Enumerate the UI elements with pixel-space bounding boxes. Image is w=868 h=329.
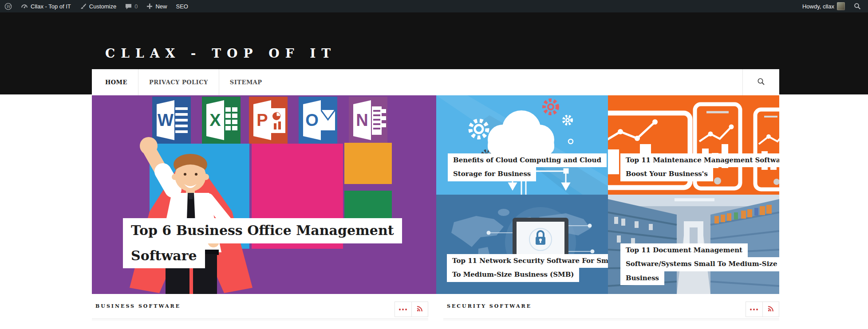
superhero-businessman-illustration <box>105 132 269 294</box>
rss-icon <box>417 305 423 313</box>
orange-square-decoration <box>344 143 392 184</box>
section-business-software: BUSINESS SOFTWARE <box>92 294 428 329</box>
section-more-button[interactable] <box>395 302 411 317</box>
featured-post-document-management[interactable]: Top 11 Document Management Software/Syst… <box>608 195 779 294</box>
title-line: Software <box>123 243 205 269</box>
title-line: Software/Systems Small To Medium-Size <box>620 257 779 271</box>
title-line: Benefits of Cloud Computing and Cloud <box>448 153 607 167</box>
title-line: To Medium-Size Business (SMB) <box>447 268 579 282</box>
featured-post-title[interactable]: Top 6 Business Office Management Softwar… <box>123 218 402 268</box>
plus-icon <box>146 3 153 9</box>
wordpress-logo-icon: W <box>4 3 12 10</box>
howdy-label: Howdy, cllax <box>802 3 834 10</box>
paintbrush-icon <box>80 3 87 10</box>
seo-label: SEO <box>176 3 188 10</box>
section-security-software: SECURITY SOFTWARE <box>443 294 779 329</box>
section-controls <box>395 302 428 317</box>
nav-item-sitemap[interactable]: SITEMAP <box>219 69 273 95</box>
nav-search-button[interactable] <box>742 69 779 95</box>
outlook-icon: O <box>299 97 337 144</box>
new-label: New <box>155 3 167 10</box>
admin-search-button[interactable] <box>849 0 865 12</box>
title-line: Business <box>620 271 664 285</box>
section-rss-button[interactable] <box>411 302 428 317</box>
featured-post-network-security[interactable]: Top 11 Network Security Software For Sma… <box>436 195 608 294</box>
featured-posts-grid: W X P O <box>92 95 779 294</box>
wp-admin-bar: W Cllax - Top of IT Customize 0 <box>0 0 868 12</box>
site-name-menu[interactable]: Cllax - Top of IT <box>16 0 75 12</box>
featured-post-title[interactable]: Top 11 Network Security Software For Sma… <box>447 254 608 282</box>
ellipsis-icon <box>750 309 758 310</box>
main-navigation: HOME PRIVACY POLICY SITEMAP <box>92 69 779 95</box>
comment-bubble-icon <box>125 3 132 10</box>
section-divider <box>443 318 779 320</box>
search-icon <box>757 78 765 87</box>
dashboard-gauge-icon <box>21 3 28 10</box>
customize-menu[interactable]: Customize <box>75 0 121 12</box>
customize-label: Customize <box>89 3 116 10</box>
nav-item-home[interactable]: HOME <box>92 69 138 95</box>
title-line: Top 11 Document Management <box>620 243 748 257</box>
title-line: Top 11 Maintenance Management Software: <box>620 153 779 167</box>
comments-count: 0 <box>134 3 138 10</box>
svg-text:N: N <box>356 111 368 129</box>
featured-post-maintenance-management[interactable]: Top 11 Maintenance Management Software: … <box>608 95 779 195</box>
admin-bar-right: Howdy, cllax <box>798 0 868 12</box>
section-more-button[interactable] <box>746 302 762 317</box>
rss-icon <box>768 305 774 313</box>
my-account-menu[interactable]: Howdy, cllax <box>798 0 849 12</box>
title-line: Top 6 Business Office Management <box>123 218 402 243</box>
featured-post-cloud-computing[interactable]: Benefits of Cloud Computing and Cloud St… <box>436 95 608 195</box>
seo-menu[interactable]: SEO <box>171 0 192 12</box>
nav-item-privacy-policy[interactable]: PRIVACY POLICY <box>138 69 219 95</box>
svg-text:O: O <box>305 111 319 129</box>
section-rss-button[interactable] <box>762 302 779 317</box>
nav-menu: HOME PRIVACY POLICY SITEMAP <box>92 69 273 95</box>
title-line: Top 11 Network Security Software For Sma… <box>447 254 608 268</box>
site-name-label: Cllax - Top of IT <box>31 3 71 10</box>
site-title[interactable]: CLLAX - TOP OF IT <box>105 46 336 61</box>
section-title: BUSINESS SOFTWARE <box>95 303 181 309</box>
page: W Cllax - Top of IT Customize 0 <box>0 0 868 329</box>
nav-spacer <box>273 69 742 95</box>
section-title: SECURITY SOFTWARE <box>447 303 532 309</box>
wp-logo-menu[interactable]: W <box>0 0 16 12</box>
featured-post-title[interactable]: Top 11 Maintenance Management Software: … <box>620 153 779 181</box>
ellipsis-icon <box>399 309 407 310</box>
svg-text:X: X <box>209 111 221 129</box>
featured-post-business-office[interactable]: W X P O <box>92 95 436 294</box>
user-avatar <box>837 2 845 10</box>
admin-bar-left: W Cllax - Top of IT Customize 0 <box>0 0 193 12</box>
onenote-icon: N <box>349 97 387 144</box>
svg-text:W: W <box>158 111 174 129</box>
featured-post-title[interactable]: Benefits of Cloud Computing and Cloud St… <box>448 153 607 181</box>
section-divider <box>92 318 428 320</box>
svg-text:P: P <box>256 111 268 129</box>
featured-post-title[interactable]: Top 11 Document Management Software/Syst… <box>620 243 779 285</box>
title-line: Storage for Business <box>448 167 536 181</box>
new-content-menu[interactable]: New <box>142 0 171 12</box>
section-controls <box>746 302 779 317</box>
search-icon <box>854 3 861 10</box>
title-line: Boost Your Business's <box>620 167 713 181</box>
comments-menu[interactable]: 0 <box>121 0 142 12</box>
